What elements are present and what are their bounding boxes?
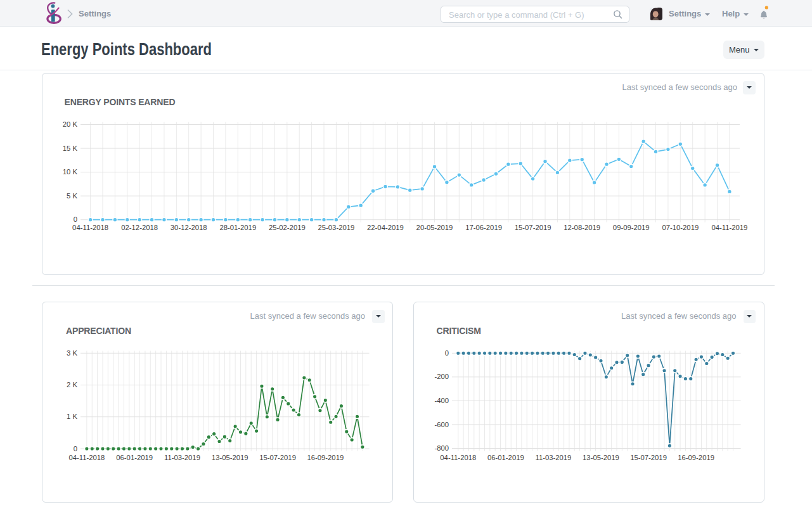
svg-text:13-05-2019: 13-05-2019	[212, 454, 248, 461]
svg-text:16-09-2019: 16-09-2019	[307, 454, 344, 461]
svg-text:06-01-2019: 06-01-2019	[116, 454, 153, 461]
svg-text:15-07-2019: 15-07-2019	[259, 454, 296, 461]
svg-text:12-08-2019: 12-08-2019	[564, 224, 600, 231]
svg-text:20-05-2019: 20-05-2019	[416, 224, 453, 231]
svg-text:02-12-2018: 02-12-2018	[121, 224, 158, 231]
svg-text:17-06-2019: 17-06-2019	[465, 224, 502, 231]
svg-text:-800: -800	[434, 444, 449, 452]
svg-text:28-01-2019: 28-01-2019	[219, 224, 256, 231]
svg-text:0: 0	[74, 445, 77, 452]
svg-text:-600: -600	[434, 421, 449, 428]
svg-text:13-05-2019: 13-05-2019	[583, 454, 619, 461]
svg-text:11-03-2019: 11-03-2019	[164, 454, 200, 461]
svg-text:15 K: 15 K	[63, 144, 78, 152]
svg-text:25-02-2019: 25-02-2019	[269, 224, 306, 231]
svg-text:16-09-2019: 16-09-2019	[678, 454, 714, 461]
svg-text:04-11-2019: 04-11-2019	[711, 224, 747, 231]
svg-text:09-09-2019: 09-09-2019	[613, 224, 650, 231]
svg-text:04-11-2018: 04-11-2018	[68, 454, 105, 461]
svg-text:20 K: 20 K	[63, 120, 78, 128]
svg-text:3 K: 3 K	[67, 349, 77, 357]
svg-text:15-07-2019: 15-07-2019	[515, 224, 551, 231]
svg-text:15-07-2019: 15-07-2019	[630, 454, 667, 461]
svg-text:0: 0	[74, 215, 77, 223]
svg-text:25-03-2019: 25-03-2019	[318, 224, 355, 231]
svg-text:30-12-2018: 30-12-2018	[171, 224, 207, 231]
svg-text:2 K: 2 K	[67, 381, 77, 388]
svg-text:-400: -400	[434, 397, 449, 404]
svg-text:5 K: 5 K	[67, 192, 77, 200]
svg-text:0: 0	[444, 349, 448, 357]
svg-text:-200: -200	[434, 373, 449, 380]
svg-text:06-01-2019: 06-01-2019	[487, 454, 524, 461]
svg-text:04-11-2018: 04-11-2018	[72, 224, 108, 231]
svg-text:22-04-2019: 22-04-2019	[367, 224, 404, 231]
svg-text:1 K: 1 K	[67, 413, 77, 420]
svg-text:11-03-2019: 11-03-2019	[535, 454, 571, 461]
svg-text:07-10-2019: 07-10-2019	[662, 224, 699, 231]
svg-text:04-11-2018: 04-11-2018	[440, 454, 476, 461]
svg-text:10 K: 10 K	[63, 168, 78, 176]
